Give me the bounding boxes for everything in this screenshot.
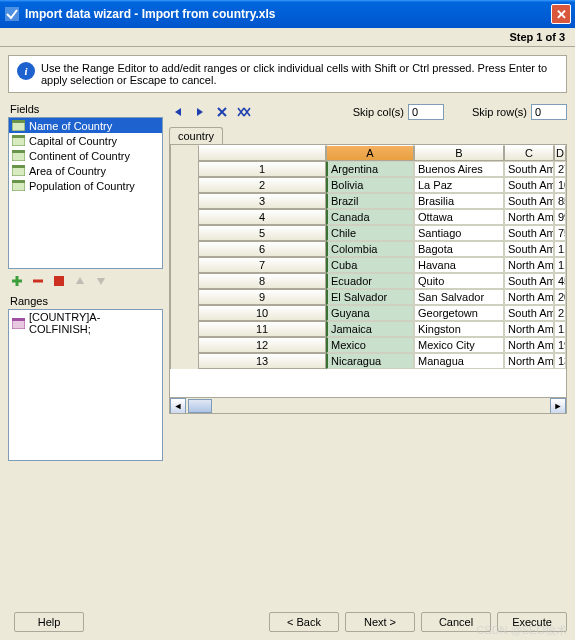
cell[interactable]: Kingston [414,321,504,337]
next-button[interactable]: Next > [345,612,415,632]
field-item[interactable]: Continent of Country [9,148,162,163]
clear-xx-icon[interactable] [235,103,253,121]
row-header[interactable]: 2 [198,177,326,193]
cell[interactable]: South America [504,177,554,193]
scroll-left-icon[interactable]: ◄ [170,398,186,414]
cell[interactable]: North America [504,321,554,337]
cell[interactable]: Ecuador [326,273,414,289]
cell[interactable]: Georgetown [414,305,504,321]
add-range-icon[interactable] [8,272,26,290]
cell[interactable]: Bagota [414,241,504,257]
row-header[interactable]: 7 [198,257,326,273]
cell[interactable]: South America [504,273,554,289]
cell[interactable]: 2777815 [554,161,566,177]
close-button[interactable]: ✕ [551,4,571,24]
cell[interactable]: South America [504,241,554,257]
col-header[interactable]: C [504,145,554,161]
row-header[interactable]: 3 [198,193,326,209]
cell[interactable]: North America [504,257,554,273]
down-arrow-icon[interactable] [92,272,110,290]
scroll-right-icon[interactable]: ► [550,398,566,414]
cell[interactable]: Santiago [414,225,504,241]
row-header[interactable]: 13 [198,353,326,369]
sheet-tab[interactable]: country [169,127,223,144]
cell[interactable]: 756943 [554,225,566,241]
cell[interactable]: Managua [414,353,504,369]
col-header[interactable]: B [414,145,504,161]
cell[interactable]: Argentina [326,161,414,177]
stop-icon[interactable] [50,272,68,290]
corner-cell[interactable] [198,145,326,161]
row-header[interactable]: 1 [198,161,326,177]
cell[interactable]: Brazil [326,193,414,209]
cell[interactable]: 11424 [554,321,566,337]
cell[interactable]: South America [504,193,554,209]
spreadsheet-grid[interactable]: ABCD1ArgentinaBuenos AiresSouth America2… [169,144,567,414]
field-item[interactable]: Population of Country [9,178,162,193]
col-header[interactable]: A [326,145,414,161]
cell[interactable]: North America [504,209,554,225]
cell[interactable]: Quito [414,273,504,289]
row-header[interactable]: 5 [198,225,326,241]
cell[interactable]: North America [504,289,554,305]
up-arrow-icon[interactable] [71,272,89,290]
field-item[interactable]: Capital of Country [9,133,162,148]
cell[interactable]: Colombia [326,241,414,257]
ranges-listbox[interactable]: [COUNTRY]A-COLFINISH; [8,309,163,461]
remove-range-icon[interactable] [29,272,47,290]
cell[interactable]: Jamaica [326,321,414,337]
row-header[interactable]: 10 [198,305,326,321]
cell[interactable]: 1098575 [554,177,566,193]
cell[interactable]: North America [504,337,554,353]
cell[interactable]: South America [504,161,554,177]
cell[interactable]: 1967180 [554,337,566,353]
scroll-thumb[interactable] [188,399,212,413]
cell[interactable]: San Salvador [414,289,504,305]
back-button[interactable]: < Back [269,612,339,632]
cell[interactable]: South America [504,305,554,321]
cell[interactable]: 8511196 [554,193,566,209]
row-header[interactable]: 11 [198,321,326,337]
field-item[interactable]: Area of Country [9,163,162,178]
cell[interactable]: Mexico [326,337,414,353]
skip-col-input[interactable] [408,104,444,120]
cell[interactable]: North America [504,353,554,369]
help-button[interactable]: Help [14,612,84,632]
cell[interactable]: South America [504,225,554,241]
cell[interactable]: Brasilia [414,193,504,209]
cell[interactable]: Cuba [326,257,414,273]
row-header[interactable]: 8 [198,273,326,289]
range-item[interactable]: [COUNTRY]A-COLFINISH; [9,310,162,336]
cell[interactable]: Chile [326,225,414,241]
cell[interactable]: 20865 [554,289,566,305]
cell[interactable]: Guyana [326,305,414,321]
cell[interactable]: El Salvador [326,289,414,305]
cell[interactable]: 455502 [554,273,566,289]
arrow-left-icon[interactable] [169,103,187,121]
cell[interactable]: Bolivia [326,177,414,193]
titlebar[interactable]: Import data wizard - Import from country… [0,0,575,28]
cell[interactable]: Nicaragua [326,353,414,369]
arrow-right-icon[interactable] [191,103,209,121]
row-header[interactable]: 6 [198,241,326,257]
cell[interactable]: 139000 [554,353,566,369]
fields-listbox[interactable]: Name of CountryCapital of CountryContine… [8,117,163,269]
cell[interactable]: Canada [326,209,414,225]
cell[interactable]: La Paz [414,177,504,193]
cell[interactable]: Havana [414,257,504,273]
skip-row-input[interactable] [531,104,567,120]
field-item[interactable]: Name of Country [9,118,162,133]
cell[interactable]: Buenos Aires [414,161,504,177]
cell[interactable]: 214969 [554,305,566,321]
row-header[interactable]: 9 [198,289,326,305]
cell[interactable]: 1138907 [554,241,566,257]
col-header[interactable]: D [554,145,566,161]
vertical-scrollbar[interactable] [170,145,198,369]
clear-x-icon[interactable] [213,103,231,121]
horizontal-scrollbar[interactable]: ◄ ► [170,397,566,413]
cell[interactable]: 9976147 [554,209,566,225]
row-header[interactable]: 12 [198,337,326,353]
cell[interactable]: Ottawa [414,209,504,225]
cell[interactable]: Mexico City [414,337,504,353]
row-header[interactable]: 4 [198,209,326,225]
